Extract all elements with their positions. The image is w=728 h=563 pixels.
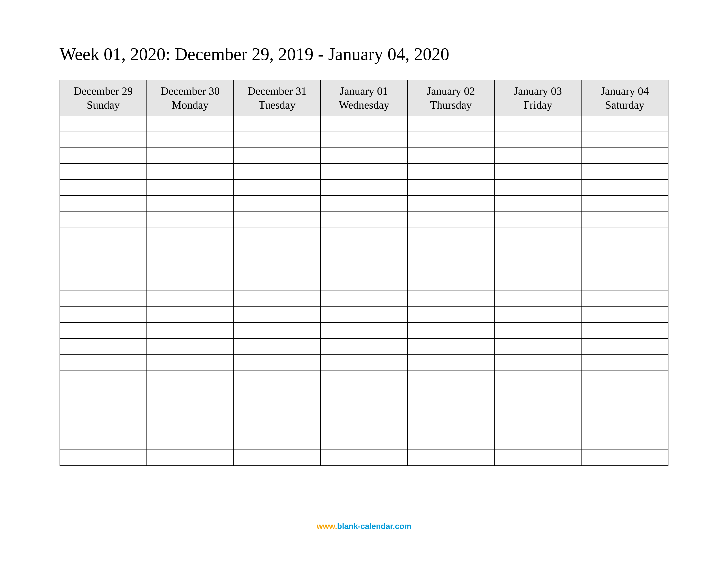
calendar-row	[60, 323, 668, 339]
column-header-2: December 31 Tuesday	[234, 80, 321, 116]
calendar-cell	[321, 259, 407, 275]
calendar-row	[60, 211, 668, 227]
calendar-row	[60, 259, 668, 275]
calendar-cell	[494, 402, 581, 418]
calendar-cell	[581, 195, 668, 211]
calendar-cell	[147, 211, 234, 227]
calendar-cell	[581, 211, 668, 227]
calendar-cell	[581, 291, 668, 307]
calendar-cell	[60, 211, 147, 227]
calendar-cell	[147, 243, 234, 259]
calendar-row	[60, 132, 668, 148]
calendar-cell	[234, 354, 321, 370]
calendar-cell	[321, 307, 407, 323]
calendar-cell	[147, 354, 234, 370]
calendar-cell	[321, 291, 407, 307]
calendar-cell	[581, 243, 668, 259]
calendar-cell	[234, 370, 321, 386]
calendar-cell	[147, 164, 234, 179]
calendar-cell	[60, 370, 147, 386]
calendar-cell	[321, 370, 407, 386]
calendar-cell	[147, 291, 234, 307]
calendar-cell	[407, 227, 494, 243]
calendar-cell	[407, 275, 494, 291]
calendar-cell	[60, 164, 147, 179]
calendar-cell	[147, 370, 234, 386]
column-header-3: January 01 Wednesday	[321, 80, 407, 116]
calendar-cell	[60, 243, 147, 259]
calendar-cell	[407, 434, 494, 450]
calendar-cell	[581, 227, 668, 243]
calendar-cell	[60, 450, 147, 466]
header-weekday: Saturday	[605, 99, 644, 111]
calendar-cell	[234, 116, 321, 132]
header-date: January 04	[601, 85, 649, 97]
calendar-cell	[407, 259, 494, 275]
calendar-cell	[581, 323, 668, 339]
footer-domain: blank-calendar.com	[337, 522, 411, 531]
calendar-cell	[321, 179, 407, 195]
header-date: January 01	[340, 85, 388, 97]
column-header-0: December 29 Sunday	[60, 80, 147, 116]
calendar-cell	[581, 164, 668, 179]
calendar-cell	[407, 291, 494, 307]
calendar-cell	[234, 148, 321, 164]
calendar-cell	[581, 148, 668, 164]
calendar-cell	[407, 179, 494, 195]
calendar-cell	[321, 418, 407, 434]
calendar-cell	[407, 323, 494, 339]
calendar-cell	[147, 116, 234, 132]
calendar-row	[60, 227, 668, 243]
calendar-cell	[494, 370, 581, 386]
calendar-cell	[581, 402, 668, 418]
calendar-row	[60, 434, 668, 450]
calendar-cell	[321, 195, 407, 211]
header-weekday: Tuesday	[259, 99, 296, 111]
calendar-cell	[147, 386, 234, 402]
calendar-cell	[60, 354, 147, 370]
footer-link: www.blank-calendar.com	[317, 522, 411, 531]
calendar-cell	[494, 418, 581, 434]
header-weekday: Sunday	[87, 99, 120, 111]
calendar-cell	[60, 402, 147, 418]
calendar-row	[60, 179, 668, 195]
calendar-cell	[494, 179, 581, 195]
header-date: January 03	[514, 85, 562, 97]
calendar-cell	[60, 323, 147, 339]
calendar-cell	[60, 259, 147, 275]
calendar-cell	[407, 354, 494, 370]
calendar-cell	[494, 259, 581, 275]
calendar-cell	[581, 450, 668, 466]
calendar-cell	[60, 339, 147, 354]
calendar-cell	[60, 434, 147, 450]
calendar-cell	[407, 307, 494, 323]
calendar-cell	[60, 386, 147, 402]
calendar-cell	[147, 132, 234, 148]
header-date: January 02	[427, 85, 475, 97]
calendar-row	[60, 450, 668, 466]
column-header-4: January 02 Thursday	[407, 80, 494, 116]
calendar-row	[60, 418, 668, 434]
calendar-cell	[581, 179, 668, 195]
calendar-cell	[494, 323, 581, 339]
calendar-cell	[494, 148, 581, 164]
calendar-cell	[234, 275, 321, 291]
calendar-cell	[321, 402, 407, 418]
calendar-cell	[494, 291, 581, 307]
calendar-row	[60, 275, 668, 291]
calendar-cell	[321, 132, 407, 148]
calendar-cell	[581, 386, 668, 402]
calendar-cell	[234, 402, 321, 418]
column-header-1: December 30 Monday	[147, 80, 234, 116]
calendar-cell	[494, 386, 581, 402]
calendar-cell	[581, 354, 668, 370]
calendar-cell	[234, 291, 321, 307]
calendar-cell	[407, 164, 494, 179]
calendar-cell	[147, 227, 234, 243]
calendar-cell	[234, 434, 321, 450]
calendar-cell	[494, 450, 581, 466]
header-date: December 30	[161, 85, 220, 97]
calendar-cell	[60, 148, 147, 164]
calendar-cell	[581, 116, 668, 132]
calendar-cell	[147, 339, 234, 354]
